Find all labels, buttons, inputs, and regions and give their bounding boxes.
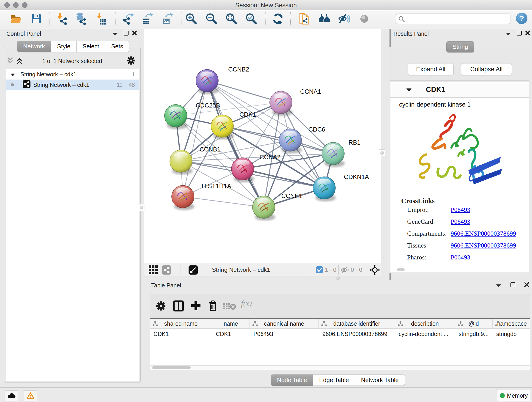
table-cell[interactable]: 9606.ENSP00000378699 bbox=[319, 331, 395, 337]
crosslink-link[interactable]: 9606.ENSP00000378699 bbox=[451, 242, 516, 249]
network-share-view-icon[interactable] bbox=[162, 265, 171, 275]
node-CCNE1[interactable] bbox=[253, 196, 275, 221]
function-builder-button[interactable]: f(x) bbox=[241, 299, 252, 308]
column-header-namespace[interactable]: namespace bbox=[493, 319, 530, 328]
import-table-icon[interactable] bbox=[95, 13, 107, 25]
grid-view-icon[interactable] bbox=[149, 265, 158, 275]
scrollbar-thumb[interactable] bbox=[152, 366, 191, 369]
search-input[interactable] bbox=[396, 13, 510, 24]
import-database-icon[interactable] bbox=[75, 13, 87, 25]
column-header--id[interactable]: @id bbox=[455, 319, 493, 328]
results-panel-collapse-icon[interactable] bbox=[506, 33, 510, 36]
collapse-all-button[interactable]: Collapse All bbox=[461, 63, 512, 75]
crosslink-link[interactable]: 9606.ENSP00000378699 bbox=[451, 230, 516, 237]
horizontal-splitter-handle[interactable] bbox=[335, 276, 341, 280]
zoom-selected-icon[interactable] bbox=[245, 13, 258, 25]
table-panel-float-icon[interactable] bbox=[510, 282, 515, 287]
column-header-description[interactable]: description bbox=[395, 319, 455, 328]
collapse-all-networks-icon[interactable] bbox=[7, 57, 14, 65]
save-session-icon[interactable] bbox=[30, 13, 42, 25]
hidden-eye-icon[interactable] bbox=[341, 266, 349, 275]
column-header-canonical-name[interactable]: canonical name bbox=[250, 319, 319, 328]
table-cell[interactable]: stringdb:9... bbox=[455, 331, 493, 337]
column-header-name[interactable]: name bbox=[212, 319, 250, 328]
node-CDK1[interactable] bbox=[211, 115, 234, 140]
cloud-status-button[interactable] bbox=[5, 390, 18, 401]
crosslink-link[interactable]: P06493 bbox=[451, 206, 470, 213]
tab-network[interactable]: Network bbox=[17, 41, 51, 52]
gene-card-header[interactable]: CDK1 bbox=[390, 82, 529, 98]
expand-collection-icon[interactable] bbox=[11, 71, 15, 78]
open-session-icon[interactable] bbox=[9, 13, 22, 25]
birdseye-view-icon[interactable] bbox=[189, 265, 198, 275]
memory-button[interactable]: Memory bbox=[497, 390, 530, 401]
table-cell[interactable]: CDK1 bbox=[150, 331, 212, 337]
edge-HIST1H1A-CCNE1[interactable] bbox=[183, 197, 264, 207]
tab-select[interactable]: Select bbox=[76, 41, 105, 52]
control-panel-close-icon[interactable] bbox=[132, 31, 137, 36]
results-panel-close-icon[interactable] bbox=[525, 31, 530, 36]
network-row[interactable]: String Network – cdk1 11 48 bbox=[6, 80, 139, 90]
table-cell[interactable]: stringdb bbox=[493, 331, 530, 337]
table-options-gear-icon[interactable] bbox=[156, 301, 166, 312]
node-CCNA2[interactable] bbox=[231, 158, 254, 182]
node-CDC25B[interactable] bbox=[165, 104, 187, 129]
table-row[interactable]: CDK1CDK1P064939606.ENSP00000378699cyclin… bbox=[150, 329, 530, 339]
table-cell[interactable]: P06493 bbox=[250, 331, 319, 337]
tab-edge-table[interactable]: Edge Table bbox=[313, 375, 355, 386]
gene-collapse-icon[interactable] bbox=[406, 89, 412, 92]
tab-sets[interactable]: Sets bbox=[105, 41, 129, 52]
results-scrollbar-thumb[interactable] bbox=[397, 268, 405, 271]
node-HIST1H1A[interactable] bbox=[172, 185, 195, 210]
export-image-icon[interactable] bbox=[161, 13, 174, 25]
results-panel-float-icon[interactable] bbox=[517, 31, 522, 36]
table-panel-collapse-icon[interactable] bbox=[496, 284, 501, 287]
node-CDKN1A[interactable] bbox=[313, 177, 336, 201]
table-panel-close-icon[interactable] bbox=[524, 282, 529, 288]
string-home-icon[interactable] bbox=[318, 13, 331, 25]
crosslink-link[interactable]: P06493 bbox=[451, 218, 470, 225]
fit-selected-crosshair-icon[interactable] bbox=[370, 265, 380, 276]
node-CCNA1[interactable] bbox=[270, 91, 293, 116]
preview-eye-icon[interactable] bbox=[358, 13, 370, 25]
tab-style[interactable]: Style bbox=[51, 41, 76, 52]
zoom-fit-icon[interactable] bbox=[225, 13, 238, 25]
table-cell[interactable]: CDK1 bbox=[212, 331, 250, 337]
enhanced-labels-icon[interactable] bbox=[338, 13, 350, 25]
network-view-canvas[interactable]: CCNB2CCNA1CDC25BCDK1CDC6RB1CCNB1CCNA2CDK… bbox=[144, 29, 381, 263]
export-network-icon[interactable] bbox=[122, 13, 134, 25]
delete-column-icon[interactable] bbox=[208, 300, 218, 313]
network-collection-row[interactable]: String Network – cdk1 1 bbox=[6, 69, 139, 80]
refresh-view-icon[interactable] bbox=[272, 13, 284, 25]
control-panel-float-icon[interactable] bbox=[124, 31, 128, 36]
node-CDC6[interactable] bbox=[279, 129, 302, 153]
open-network-document-icon[interactable] bbox=[298, 13, 310, 25]
import-network-icon[interactable] bbox=[56, 13, 68, 25]
selected-checkbox-icon[interactable] bbox=[316, 266, 323, 274]
zoom-in-icon[interactable] bbox=[185, 13, 197, 25]
tab-string[interactable]: String bbox=[446, 41, 474, 52]
expand-all-button[interactable]: Expand All bbox=[408, 63, 454, 75]
network-options-gear-icon[interactable] bbox=[127, 56, 136, 66]
control-panel-collapse-icon[interactable] bbox=[113, 33, 117, 36]
column-header-database-identifier[interactable]: database identifier bbox=[319, 319, 395, 328]
warning-status-button[interactable] bbox=[24, 390, 37, 401]
left-splitter-handle[interactable] bbox=[138, 204, 145, 211]
expand-all-networks-icon[interactable] bbox=[16, 57, 23, 65]
node-RB1[interactable] bbox=[322, 142, 345, 167]
node-CCNB2[interactable] bbox=[196, 70, 219, 94]
table-cell[interactable]: cyclin-dependent ... bbox=[395, 331, 455, 337]
column-header-shared-name[interactable]: shared name bbox=[150, 319, 212, 328]
tab-node-table[interactable]: Node Table bbox=[271, 375, 313, 386]
edge-HIST1H1A-CCNB2[interactable] bbox=[183, 81, 207, 197]
node-CCNB1[interactable] bbox=[170, 150, 193, 175]
create-column-icon[interactable] bbox=[191, 300, 201, 312]
string-network-graph[interactable]: CCNB2CCNA1CDC25BCDK1CDC6RB1CCNB1CCNA2CDK… bbox=[144, 29, 381, 263]
right-splitter-handle[interactable] bbox=[379, 149, 385, 156]
edge-CCNA2-CDKN1A[interactable] bbox=[243, 169, 324, 188]
tab-network-table[interactable]: Network Table bbox=[355, 375, 405, 386]
help-icon[interactable]: ? bbox=[516, 13, 527, 24]
crosslink-link[interactable]: P06493 bbox=[451, 254, 470, 261]
table-horizontal-scrollbar[interactable] bbox=[150, 365, 530, 370]
zoom-out-icon[interactable] bbox=[205, 13, 218, 25]
